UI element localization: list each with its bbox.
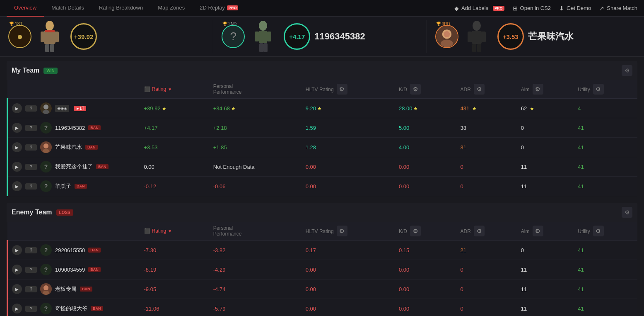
rating-icon-th-enemy: ⬛ <box>144 228 150 234</box>
player-name-3: 芒果味汽水 <box>528 30 574 43</box>
tab-overview[interactable]: Overview <box>7 0 44 17</box>
adr-value: 31 <box>461 144 466 151</box>
kd-settings-button[interactable]: ⚙ <box>410 84 421 95</box>
adr-cell: 0 <box>456 280 517 299</box>
kd-settings-button-enemy[interactable]: ⚙ <box>410 226 421 236</box>
svg-point-17 <box>473 21 481 31</box>
table-row: ▶ ? 芒果味汽水 BAN +3.53 +1.85 1.28 4.00 31 0… <box>7 138 638 157</box>
utility-value: 4 <box>578 105 581 112</box>
rating-cell: -8.19 <box>140 260 209 280</box>
aim-value: 0 <box>521 247 524 253</box>
kd-value: 0.00 <box>399 306 409 312</box>
th-rating-enemy[interactable]: ⬛ Rating ▼ <box>140 222 209 241</box>
hltv-settings-button[interactable]: ⚙ <box>337 84 347 95</box>
adr-settings-button-enemy[interactable]: ⚙ <box>474 226 485 236</box>
table-row: ▶ ? ? 羊羔子 BAN -0.12 -0.06 0.00 0.00 0 11… <box>7 177 638 196</box>
svg-rect-11 <box>259 43 263 52</box>
th-rating[interactable]: ⬛ Rating ▼ <box>140 80 209 99</box>
adr-settings-button[interactable]: ⚙ <box>474 84 485 95</box>
play-button[interactable]: ▶ <box>12 265 22 275</box>
utility-value: 41 <box>578 306 584 312</box>
play-button[interactable]: ▶ <box>12 103 22 113</box>
utility-settings-button[interactable]: ⚙ <box>593 84 604 95</box>
tab-match-details[interactable]: Match Details <box>44 0 92 17</box>
play-button[interactable]: ▶ <box>12 245 22 255</box>
star-icon: ★ <box>472 106 477 112</box>
utility-cell: 41 <box>574 177 637 196</box>
play-button[interactable]: ▶ <box>12 142 22 152</box>
leaderboard-entry-3: 🏆 3RD +3.53 <box>427 20 636 53</box>
play-button[interactable]: ▶ <box>12 284 22 294</box>
utility-settings-button-enemy[interactable]: ⚙ <box>593 226 604 236</box>
chevron-down-icon-enemy: ▼ <box>168 229 172 233</box>
personal-value: +1.85 <box>213 144 227 151</box>
player-name-2: 1196345382 <box>314 31 365 42</box>
personal-cell: -5.79 <box>209 299 301 316</box>
aim-settings-button-enemy[interactable]: ⚙ <box>533 226 543 236</box>
personal-cell: -4.29 <box>209 260 301 280</box>
svg-rect-12 <box>263 43 268 52</box>
tab-rating-breakdown[interactable]: Rating Breakdown <box>92 0 150 17</box>
play-button[interactable]: ▶ <box>12 181 22 191</box>
rank-label-3: 🏆 3RD <box>436 22 450 26</box>
aim-settings-button[interactable]: ⚙ <box>533 84 543 95</box>
player-avatar-2: ? <box>222 25 245 48</box>
star-icon: ★ <box>231 106 236 112</box>
rating-cell: +3.53 <box>140 138 209 157</box>
th-kd: K/D ⚙ <box>395 80 456 99</box>
adr-value: 38 <box>461 125 466 131</box>
utility-cell: 4 <box>574 99 637 118</box>
enemy-team-section: Enemy Team LOSS ⚙ ⬛ Rating ▼ PersonalP <box>7 203 637 316</box>
enemy-team-settings-button[interactable]: ⚙ <box>622 207 632 218</box>
kd-value: 0.00 <box>399 164 409 170</box>
player-name: 1090034559 <box>55 267 85 273</box>
play-button[interactable]: ▶ <box>12 162 22 172</box>
player-name: 芒果味汽水 <box>55 143 82 151</box>
kd-cell: 0.00 <box>395 157 456 177</box>
play-button[interactable]: ▶ <box>12 304 22 314</box>
kd-value: 0.00 <box>399 286 409 292</box>
tab-2d-replay[interactable]: 2D Replay PRO <box>192 0 246 17</box>
enemy-team-header-row: ⬛ Rating ▼ PersonalPerformance HLTV Rati… <box>7 222 638 241</box>
th-aim: Aim ⚙ <box>517 80 574 99</box>
play-button[interactable]: ▶ <box>12 123 22 133</box>
svg-point-0 <box>46 21 54 31</box>
aim-value: 0 <box>521 144 524 151</box>
score-circle-3: +3.53 <box>497 23 524 50</box>
my-team-settings-button[interactable]: ⚙ <box>622 65 632 76</box>
player-avatar: ? <box>40 161 52 173</box>
get-demo-button[interactable]: ⬇ Get Demo <box>559 5 591 12</box>
utility-value: 41 <box>578 125 584 131</box>
my-team-header-row: ⬛ Rating ▼ PersonalPerformance HLTV Rati… <box>7 80 638 99</box>
main-content: My Team WIN ⚙ ⬛ Rating ▼ PersonalPerfo <box>0 57 644 316</box>
kd-value: 4.00 <box>399 144 409 151</box>
th-utility-enemy: Utility ⚙ <box>574 222 637 241</box>
player-avatar: ? <box>40 122 52 134</box>
hltv-value: 9.20 <box>306 105 316 112</box>
kd-cell: 0.00 <box>395 299 456 316</box>
player-tag: ◈◈◈ <box>55 105 69 112</box>
open-cs2-button[interactable]: ⊞ Open in CS2 <box>513 5 551 12</box>
question-mark: ? <box>30 287 32 292</box>
aim-value: 11 <box>521 164 527 170</box>
hltv-settings-button-enemy[interactable]: ⚙ <box>337 226 347 236</box>
loss-badge: LOSS <box>56 209 73 216</box>
player-avatar <box>40 283 52 295</box>
rank-badge: ? <box>25 247 37 253</box>
table-row: ▶ ? ? 我爱死这个挂了 BAN 0.00 Not Enough Data 0… <box>7 157 638 177</box>
ban-badge: BAN <box>96 164 109 169</box>
utility-cell: 41 <box>574 157 637 177</box>
utility-value: 41 <box>578 183 584 190</box>
th-player-enemy <box>7 222 140 241</box>
rating-value: +4.17 <box>144 125 158 131</box>
utility-cell: 41 <box>574 280 637 299</box>
player-name: 老板专属 <box>55 285 77 293</box>
aim-cell: 0 <box>517 241 574 260</box>
tab-map-zones[interactable]: Map Zones <box>150 0 192 17</box>
adr-value: 0 <box>461 183 463 190</box>
question-mark: ? <box>30 184 32 189</box>
char-art-2 <box>251 20 280 53</box>
add-labels-button[interactable]: ◆ Add Labels PRO <box>454 5 504 12</box>
rank-badge: ? <box>25 286 37 292</box>
share-match-button[interactable]: ↗ Share Match <box>599 5 637 12</box>
